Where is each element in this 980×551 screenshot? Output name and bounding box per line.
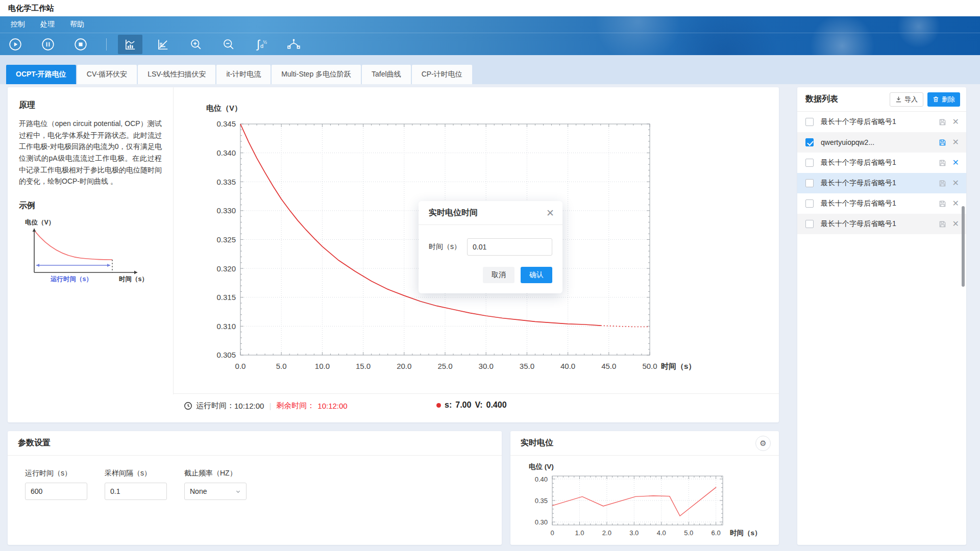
data-list-header: 数据列表 导入 删除 bbox=[797, 87, 966, 112]
svg-text:0.345: 0.345 bbox=[216, 119, 236, 128]
remove-icon[interactable]: ✕ bbox=[952, 159, 959, 167]
remove-icon[interactable]: ✕ bbox=[952, 199, 959, 208]
row-checkbox[interactable] bbox=[805, 179, 814, 187]
s-label: s: bbox=[445, 400, 452, 410]
time-field-label: 时间（s） bbox=[429, 242, 461, 252]
remaining-label: 剩余时间： bbox=[276, 401, 314, 411]
realtime-panel: 实时电位 ⚙ 01.02.03.04.05.06.00.400.350.30电位… bbox=[510, 431, 779, 545]
record-dot-icon bbox=[436, 403, 441, 408]
data-list-row[interactable]: qwertyuiopqw2...✕ bbox=[797, 132, 966, 153]
close-icon[interactable]: ✕ bbox=[546, 208, 554, 218]
row-checkbox[interactable] bbox=[805, 220, 814, 228]
s-value: 7.00 bbox=[455, 400, 471, 410]
row-label: 最长十个字母后省略号1 bbox=[821, 219, 933, 229]
scale-chart-button[interactable] bbox=[151, 35, 175, 54]
menu-item-1[interactable]: 处理 bbox=[33, 16, 62, 33]
cursor-readout: s: 7.00 V: 0.400 bbox=[436, 400, 510, 410]
data-list-row[interactable]: 最长十个字母后省略号1✕ bbox=[797, 214, 966, 234]
dialog-title: 实时电位时间 bbox=[429, 208, 546, 218]
row-checkbox[interactable] bbox=[805, 199, 814, 208]
zoom-out-button[interactable] bbox=[216, 35, 240, 54]
row-checkbox[interactable] bbox=[805, 118, 814, 126]
save-icon[interactable] bbox=[939, 118, 946, 126]
data-list-panel: 数据列表 导入 删除 最长十个字母后省略号1✕qwertyuiopqw2...✕… bbox=[797, 87, 966, 545]
status-divider: | bbox=[269, 402, 271, 410]
scrollbar-thumb[interactable] bbox=[962, 206, 965, 287]
runtime-field: 运行时间（s） bbox=[25, 469, 87, 500]
integral-derivative-button[interactable]: ∫ d ½ bbox=[249, 35, 273, 54]
menu-bar: 控制处理帮助 bbox=[0, 16, 980, 33]
realtime-settings-button[interactable]: ⚙ bbox=[755, 436, 771, 451]
save-icon[interactable] bbox=[939, 220, 946, 228]
delete-button[interactable]: 删除 bbox=[927, 92, 960, 107]
svg-text:45.0: 45.0 bbox=[601, 362, 616, 370]
runtime-input[interactable] bbox=[25, 483, 87, 500]
svg-text:0.305: 0.305 bbox=[216, 350, 236, 359]
zoom-in-button[interactable] bbox=[183, 35, 208, 54]
data-list-row[interactable]: 最长十个字母后省略号1✕ bbox=[797, 173, 966, 193]
cutoff-frequency-select[interactable]: None bbox=[184, 483, 247, 500]
tab-2[interactable]: LSV-线性扫描伏安 bbox=[138, 65, 215, 84]
menu-item-0[interactable]: 控制 bbox=[3, 16, 33, 33]
svg-text:4.0: 4.0 bbox=[657, 529, 666, 537]
save-icon[interactable] bbox=[939, 180, 946, 187]
dialog-footer: 取消 确认 bbox=[419, 256, 562, 293]
row-label: 最长十个字母后省略号1 bbox=[821, 179, 933, 188]
svg-text:25.0: 25.0 bbox=[437, 362, 452, 370]
ocp-main-panel: 原理 开路电位（open circuit potential, OCP）测试过程… bbox=[8, 87, 779, 422]
row-label: qwertyuiopqw2... bbox=[821, 138, 933, 146]
save-icon[interactable] bbox=[939, 200, 946, 208]
parameters-panel: 参数设置 运行时间（s） 采样间隔（s） 截止频率（HZ） None bbox=[8, 431, 502, 545]
confirm-button[interactable]: 确认 bbox=[521, 267, 552, 283]
remove-icon[interactable]: ✕ bbox=[952, 220, 959, 228]
svg-text:0.40: 0.40 bbox=[535, 475, 548, 483]
parameters-header: 参数设置 bbox=[8, 431, 502, 456]
tab-6[interactable]: CP-计时电位 bbox=[412, 65, 472, 84]
remove-icon[interactable]: ✕ bbox=[952, 179, 959, 187]
display-chart-button[interactable] bbox=[118, 35, 142, 54]
time-input[interactable] bbox=[467, 238, 552, 256]
example-chart: 电位（V） 运行时间（s） 时间（s） bbox=[19, 218, 153, 284]
svg-text:0.325: 0.325 bbox=[216, 235, 236, 244]
play-button[interactable] bbox=[5, 35, 26, 54]
curve-fit-button[interactable] bbox=[281, 35, 306, 54]
menu-item-2[interactable]: 帮助 bbox=[62, 16, 92, 33]
svg-text:5.0: 5.0 bbox=[276, 362, 287, 370]
remove-icon[interactable]: ✕ bbox=[952, 138, 959, 146]
toolbar-divider bbox=[106, 38, 107, 51]
svg-text:0.35: 0.35 bbox=[535, 497, 548, 505]
gear-icon: ⚙ bbox=[760, 439, 766, 448]
row-checkbox[interactable] bbox=[805, 138, 814, 146]
tab-3[interactable]: it-计时电流 bbox=[216, 65, 271, 84]
row-checkbox[interactable] bbox=[805, 159, 814, 167]
tab-4[interactable]: Multi-Step 多电位阶跃 bbox=[272, 65, 361, 84]
svg-text:20.0: 20.0 bbox=[397, 362, 411, 370]
save-icon[interactable] bbox=[939, 139, 946, 146]
save-icon[interactable] bbox=[939, 159, 946, 167]
tab-5[interactable]: Tafel曲线 bbox=[362, 65, 411, 84]
svg-text:35.0: 35.0 bbox=[520, 362, 534, 370]
svg-text:30.0: 30.0 bbox=[479, 362, 494, 370]
svg-text:时间（s）: 时间（s） bbox=[730, 529, 762, 537]
data-list-row[interactable]: 最长十个字母后省略号1✕ bbox=[797, 193, 966, 214]
svg-text:0.335: 0.335 bbox=[216, 178, 236, 186]
runtime-field-label: 运行时间（s） bbox=[25, 469, 87, 478]
svg-text:0.320: 0.320 bbox=[216, 264, 236, 273]
tab-0[interactable]: OCPT-开路电位 bbox=[6, 65, 76, 84]
svg-text:6.0: 6.0 bbox=[712, 529, 721, 537]
data-list-row[interactable]: 最长十个字母后省略号1✕ bbox=[797, 112, 966, 132]
example-heading: 示例 bbox=[19, 201, 162, 211]
import-button[interactable]: 导入 bbox=[890, 92, 923, 107]
sample-interval-input[interactable] bbox=[105, 483, 167, 500]
svg-text:3.0: 3.0 bbox=[629, 529, 639, 537]
sample-interval-label: 采样间隔（s） bbox=[105, 469, 167, 478]
v-value: 0.400 bbox=[486, 400, 507, 410]
runtime-value: 10:12:00 bbox=[234, 402, 264, 410]
pause-button[interactable] bbox=[38, 35, 58, 54]
tab-1[interactable]: CV-循环伏安 bbox=[77, 65, 137, 84]
remove-icon[interactable]: ✕ bbox=[952, 118, 959, 126]
cutoff-frequency-field: 截止频率（HZ） None bbox=[184, 469, 247, 500]
stop-button[interactable] bbox=[70, 35, 91, 54]
cancel-button[interactable]: 取消 bbox=[483, 267, 514, 283]
data-list-row[interactable]: 最长十个字母后省略号1✕ bbox=[797, 153, 966, 173]
